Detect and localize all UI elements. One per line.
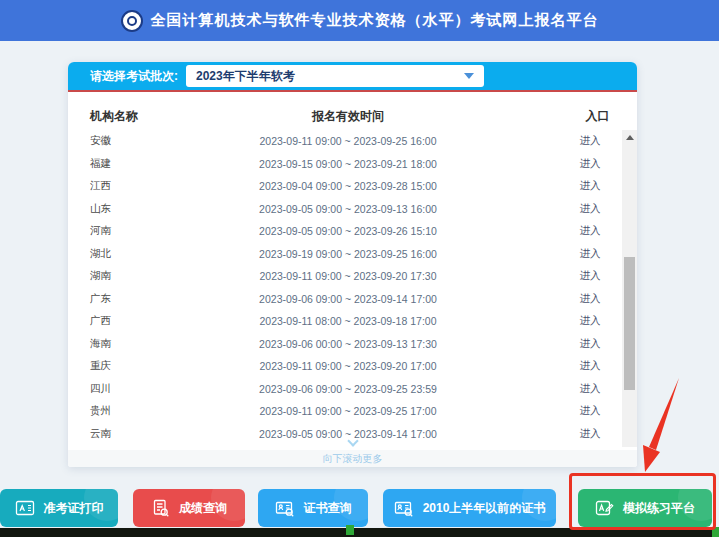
table-row: 重庆 2023-09-11 09:00 ~ 2023-09-20 17:00 进… [68, 355, 622, 378]
score-query-button[interactable]: 成绩查询 [133, 489, 245, 527]
table-row: 云南 2023-09-05 09:00 ~ 2023-09-14 17:00 进… [68, 423, 622, 446]
table-row: 安徽 2023-09-11 09:00 ~ 2023-09-25 16:00 进… [68, 130, 622, 153]
cell-org-name: 湖南 [68, 269, 208, 283]
practice-edit-icon [595, 499, 614, 518]
cell-org-name: 河南 [68, 224, 208, 238]
cell-time: 2023-09-05 09:00 ~ 2023-09-13 16:00 [208, 203, 488, 215]
platform-emblem-icon [121, 10, 143, 32]
cell-org-name: 重庆 [68, 359, 208, 373]
batch-select-label: 请选择考试批次: [90, 68, 178, 85]
cell-org-name: 安徽 [68, 134, 208, 148]
entry-link[interactable]: 进入 [580, 157, 601, 171]
app-header: 全国计算机技术与软件专业技术资格（水平）考试网上报名平台 [0, 0, 719, 41]
score-search-icon [151, 499, 170, 518]
divider-line [68, 90, 637, 92]
triangle-up-icon [626, 135, 634, 140]
cell-time: 2023-09-15 09:00 ~ 2023-09-21 18:00 [208, 158, 488, 170]
exam-batch-select[interactable]: 2023年下半年软考 [186, 65, 484, 87]
registration-panel: 请选择考试批次: 2023年下半年软考 机构名称 报名有效时间 入口 安徽 20… [68, 62, 637, 467]
entry-link[interactable]: 进入 [580, 337, 601, 351]
table-row: 福建 2023-09-15 09:00 ~ 2023-09-21 18:00 进… [68, 153, 622, 176]
cell-time: 2023-09-04 09:00 ~ 2023-09-28 15:00 [208, 180, 488, 192]
certificate-search-icon [394, 499, 414, 518]
entry-link[interactable]: 进入 [580, 359, 601, 373]
table-row: 河南 2023-09-05 09:00 ~ 2023-09-26 15:10 进… [68, 220, 622, 243]
table-row: 江西 2023-09-04 09:00 ~ 2023-09-28 15:00 进… [68, 175, 622, 198]
cell-time: 2023-09-11 09:00 ~ 2023-09-25 16:00 [208, 135, 488, 147]
admission-card-icon [15, 499, 35, 517]
cell-time: 2023-09-19 09:00 ~ 2023-09-25 16:00 [208, 248, 488, 260]
cell-org-name: 广东 [68, 292, 208, 306]
button-label: 成绩查询 [179, 500, 227, 517]
cell-time: 2023-09-05 09:00 ~ 2023-09-26 15:10 [208, 225, 488, 237]
cell-org-name: 山东 [68, 202, 208, 216]
cell-time: 2023-09-11 09:00 ~ 2023-09-20 17:30 [208, 270, 488, 282]
entry-link[interactable]: 进入 [580, 202, 601, 216]
cell-time: 2023-09-06 00:00 ~ 2023-09-13 17:30 [208, 338, 488, 350]
table-row: 海南 2023-09-06 00:00 ~ 2023-09-13 17:30 进… [68, 333, 622, 356]
cell-time: 2023-09-06 09:00 ~ 2023-09-14 17:00 [208, 293, 488, 305]
cell-org-name: 贵州 [68, 404, 208, 418]
batch-filter-bar: 请选择考试批次: 2023年下半年软考 [68, 62, 637, 90]
cell-org-name: 广西 [68, 314, 208, 328]
table-body: 安徽 2023-09-11 09:00 ~ 2023-09-25 16:00 进… [68, 130, 622, 445]
cell-org-name: 湖北 [68, 247, 208, 261]
scroll-up-button[interactable] [622, 130, 637, 145]
cell-time: 2023-09-06 09:00 ~ 2023-09-25 23:59 [208, 383, 488, 395]
entry-link[interactable]: 进入 [580, 427, 601, 441]
cell-time: 2023-09-11 09:00 ~ 2023-09-20 17:00 [208, 360, 488, 372]
cell-org-name: 四川 [68, 382, 208, 396]
practice-platform-button[interactable]: 模拟练习平台 [578, 489, 712, 527]
table-row: 四川 2023-09-06 09:00 ~ 2023-09-25 23:59 进… [68, 378, 622, 401]
column-header-org: 机构名称 [68, 108, 208, 125]
exam-registration-page: 全国计算机技术与软件专业技术资格（水平）考试网上报名平台 请选择考试批次: 20… [0, 0, 719, 537]
cell-org-name: 福建 [68, 157, 208, 171]
button-label: 准考证打印 [44, 500, 104, 517]
cell-time: 2023-09-05 09:00 ~ 2023-09-14 17:00 [208, 428, 488, 440]
entry-link[interactable]: 进入 [580, 224, 601, 238]
table-row: 贵州 2023-09-11 09:00 ~ 2023-09-25 17:00 进… [68, 400, 622, 423]
selected-batch-value: 2023年下半年软考 [196, 68, 464, 85]
scrollbar-track[interactable] [622, 130, 637, 447]
table-row: 湖南 2023-09-11 09:00 ~ 2023-09-20 17:30 进… [68, 265, 622, 288]
cell-org-name: 江西 [68, 179, 208, 193]
table-header-row: 机构名称 报名有效时间 入口 [68, 102, 637, 130]
print-admission-ticket-button[interactable]: 准考证打印 [0, 489, 118, 527]
table-row: 湖北 2023-09-19 09:00 ~ 2023-09-25 16:00 进… [68, 243, 622, 266]
button-label: 模拟练习平台 [623, 500, 695, 517]
entry-link[interactable]: 进入 [580, 269, 601, 283]
scroll-more-hint: 向下滚动更多 [68, 450, 637, 467]
table-row: 广东 2023-09-06 09:00 ~ 2023-09-14 17:00 进… [68, 288, 622, 311]
entry-link[interactable]: 进入 [580, 134, 601, 148]
scrollbar-thumb[interactable] [624, 257, 635, 390]
table-row: 广西 2023-09-11 08:00 ~ 2023-09-18 17:00 进… [68, 310, 622, 333]
certificate-query-button[interactable]: 证书查询 [258, 489, 368, 527]
bottom-bar [0, 528, 719, 537]
table-row: 山东 2023-09-05 09:00 ~ 2023-09-13 16:00 进… [68, 198, 622, 221]
entry-link[interactable]: 进入 [580, 404, 601, 418]
column-header-time: 报名有效时间 [208, 108, 488, 125]
chevron-down-icon [464, 73, 474, 79]
certificate-search-icon [275, 499, 295, 518]
cell-org-name: 海南 [68, 337, 208, 351]
entry-link[interactable]: 进入 [580, 179, 601, 193]
bottom-bar-marker [346, 525, 354, 535]
entry-link[interactable]: 进入 [580, 247, 601, 261]
cell-time: 2023-09-11 08:00 ~ 2023-09-18 17:00 [208, 315, 488, 327]
button-label: 证书查询 [304, 500, 352, 517]
cell-org-name: 云南 [68, 427, 208, 441]
column-header-entry: 入口 [488, 108, 637, 125]
bottom-bar-right-marker [712, 527, 719, 537]
page-title: 全国计算机技术与软件专业技术资格（水平）考试网上报名平台 [151, 11, 599, 30]
entry-link[interactable]: 进入 [580, 382, 601, 396]
pre-2010-certificates-button[interactable]: 2010上半年以前的证书 [383, 489, 556, 527]
cell-time: 2023-09-11 09:00 ~ 2023-09-25 17:00 [208, 405, 488, 417]
entry-link[interactable]: 进入 [580, 314, 601, 328]
entry-link[interactable]: 进入 [580, 292, 601, 306]
button-label: 2010上半年以前的证书 [423, 500, 546, 517]
